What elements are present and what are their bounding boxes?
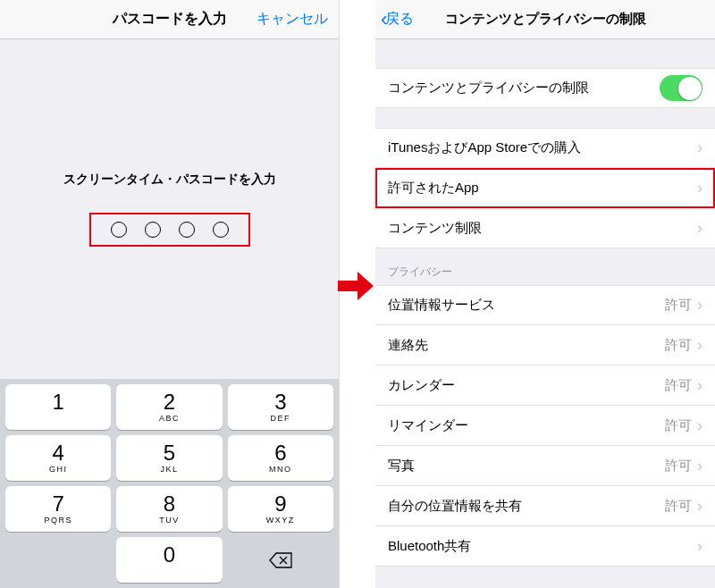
key-blank: [5, 537, 111, 583]
passcode-dots: [111, 222, 229, 238]
cell-value: 許可: [665, 458, 692, 475]
cell-label: 写真: [388, 458, 415, 475]
back-button[interactable]: ‹ 戻る: [381, 10, 414, 29]
cell-value: 許可: [665, 498, 692, 515]
cell-label: Bluetooth共有: [388, 538, 471, 555]
cell-label: 自分の位置情報を共有: [388, 498, 522, 515]
chevron-right-icon: ›: [697, 139, 702, 157]
row-location-services[interactable]: 位置情報サービス 許可 ›: [375, 285, 715, 325]
chevron-right-icon: ›: [697, 219, 702, 238]
chevron-right-icon: ›: [697, 296, 702, 315]
key-9[interactable]: 9WXYZ: [228, 486, 333, 532]
passcode-screen: パスコードを入力 キャンセル スクリーンタイム・パスコードを入力 1 2ABC …: [0, 0, 340, 588]
key-8[interactable]: 8TUV: [116, 486, 222, 532]
cancel-button[interactable]: キャンセル: [257, 10, 328, 29]
section-header-privacy: プライバシー: [375, 248, 715, 285]
numeric-keypad: 1 2ABC 3DEF 4GHI 5JKL 6MNO 7PQRS 8TUV 9W…: [0, 379, 339, 588]
chevron-right-icon: ›: [697, 457, 702, 475]
key-1[interactable]: 1: [5, 384, 111, 430]
navbar-title: コンテンツとプライバシーの制限: [445, 11, 646, 28]
cell-value: 許可: [665, 297, 692, 314]
navbar: ‹ 戻る コンテンツとプライバシーの制限: [375, 0, 715, 39]
passcode-dot: [179, 222, 195, 238]
passcode-dot: [145, 222, 161, 238]
passcode-dots-highlight: [89, 213, 250, 247]
row-bluetooth-sharing[interactable]: Bluetooth共有 ›: [375, 526, 715, 567]
key-4[interactable]: 4GHI: [5, 435, 111, 481]
row-itunes-purchases[interactable]: iTunesおよびApp Storeでの購入 ›: [375, 128, 715, 168]
restrictions-screen: ‹ 戻る コンテンツとプライバシーの制限 コンテンツとプライバシーの制限 iTu…: [375, 0, 715, 588]
row-calendar[interactable]: カレンダー 許可 ›: [375, 365, 715, 406]
cell-value: 許可: [665, 417, 692, 434]
back-label: 戻る: [385, 10, 414, 29]
chevron-right-icon: ›: [697, 376, 702, 395]
toggle-row-restrictions: コンテンツとプライバシーの制限: [375, 68, 715, 108]
row-photos[interactable]: 写真 許可 ›: [375, 446, 715, 486]
chevron-right-icon: ›: [697, 416, 702, 435]
cell-label: 許可されたApp: [388, 180, 479, 197]
key-2[interactable]: 2ABC: [116, 384, 222, 430]
passcode-dot: [213, 222, 229, 238]
chevron-right-icon: ›: [697, 497, 702, 516]
cell-label: 連絡先: [388, 337, 428, 354]
chevron-right-icon: ›: [697, 179, 702, 197]
toggle-knob: [678, 77, 702, 100]
toggle-switch[interactable]: [660, 75, 702, 101]
cell-label: カレンダー: [388, 377, 455, 394]
navbar-title: パスコードを入力: [113, 10, 227, 29]
row-content-restrictions[interactable]: コンテンツ制限 ›: [375, 208, 715, 248]
cell-value: 許可: [665, 377, 692, 394]
cell-label: 位置情報サービス: [388, 297, 495, 314]
key-0[interactable]: 0: [116, 537, 222, 583]
passcode-prompt: スクリーンタイム・パスコードを入力: [63, 172, 276, 188]
row-share-my-location[interactable]: 自分の位置情報を共有 許可 ›: [375, 486, 715, 526]
key-3[interactable]: 3DEF: [228, 384, 333, 430]
passcode-area: スクリーンタイム・パスコードを入力: [0, 39, 339, 379]
arrow-right-icon: [336, 268, 375, 304]
row-reminders[interactable]: リマインダー 許可 ›: [375, 406, 715, 446]
cell-value: 許可: [665, 337, 692, 354]
row-contacts[interactable]: 連絡先 許可 ›: [375, 325, 715, 365]
cell-label: コンテンツとプライバシーの制限: [388, 80, 589, 97]
cell-label: iTunesおよびApp Storeでの購入: [388, 139, 581, 156]
backspace-icon: [269, 552, 292, 568]
row-allowed-apps[interactable]: 許可されたApp ›: [375, 168, 715, 208]
chevron-right-icon: ›: [697, 336, 702, 355]
cell-label: コンテンツ制限: [388, 220, 482, 237]
passcode-dot: [111, 222, 127, 238]
cell-label: リマインダー: [388, 417, 468, 434]
key-delete[interactable]: [228, 537, 333, 583]
key-7[interactable]: 7PQRS: [5, 486, 111, 532]
chevron-right-icon: ›: [697, 537, 702, 556]
key-6[interactable]: 6MNO: [228, 435, 333, 481]
key-5[interactable]: 5JKL: [116, 435, 222, 481]
navbar: パスコードを入力 キャンセル: [0, 0, 339, 39]
